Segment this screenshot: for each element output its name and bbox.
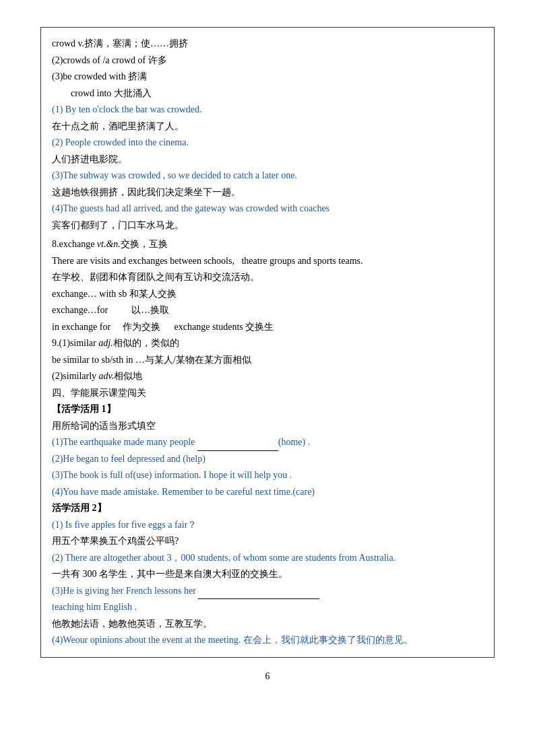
similar-item2: be similar to sb/sth in …与某人/某物在某方面相似 (52, 352, 483, 369)
exercise-1: (1)The earthquake made many people (home… (52, 434, 483, 451)
page: crowd v.挤满，塞满；使……拥挤 (2)crowds of /a crow… (0, 0, 535, 756)
class-title: 四、学能展示课堂闯关 (52, 385, 483, 402)
exchange-phrase3: in exchange for 作为交换 exchange students 交… (52, 319, 483, 336)
class-subtitle1: 【活学活用 1】 (52, 401, 483, 418)
exchange-sentence1-en: There are visits and exchanges between s… (52, 253, 483, 270)
exercise2-3-cn: 他教她法语，她教他英语，互教互学。 (52, 616, 483, 633)
crowd-ex4-en: (4)The guests had all arrived, and the g… (52, 201, 483, 217)
exercise-3: (3)The book is full of(use) information.… (52, 467, 483, 484)
exercise-4-line1: (4)You have made amistake. Remember to b… (52, 484, 483, 501)
crowd-item1: (2)crowds of /a crowd of 许多 (52, 53, 483, 69)
class-subtitle2: 活学活用 2】 (52, 500, 483, 517)
exercise2-4-en: (4)Weour opinions about the event at the… (52, 632, 483, 649)
main-content: crowd v.挤满，塞满；使……拥挤 (2)crowds of /a crow… (40, 27, 495, 658)
crowd-ex2-en: (2) People crowded into the cinema. (52, 135, 483, 151)
exercise2-1-cn: 用五个苹果换五个鸡蛋公平吗? (52, 533, 483, 550)
blank-3 (198, 590, 319, 599)
crowd-ex1-en: (1) By ten o'clock the bar was crowded. (52, 102, 483, 118)
exercise2-3-after: teaching him English . (52, 599, 483, 616)
exercise2-1-en: (1) Is five apples for five eggs a fair？ (52, 517, 483, 534)
page-number: 6 (40, 671, 495, 682)
exercise2-2-cn: 一共有 300 名学生，其中一些是来自澳大利亚的交换生。 (52, 566, 483, 583)
exchange-phrase1: exchange… with sb 和某人交换 (52, 286, 483, 303)
exchange-sentence1-cn: 在学校、剧团和体育团队之间有互访和交流活动。 (52, 269, 483, 286)
crowd-ex3-en: (3)The subway was crowded , so we decide… (52, 168, 483, 184)
exchange-phrase2: exchange…for 以…换取 (52, 302, 483, 319)
crowd-ex3-cn: 这趟地铁很拥挤，因此我们决定乘坐下一趟。 (52, 184, 483, 201)
crowd-item3: crowd into 大批涌入 (52, 85, 483, 102)
exercise-2: (2)He began to feel depressed and (help) (52, 451, 483, 468)
crowd-ex1-cn: 在十点之前，酒吧里挤满了人。 (52, 118, 483, 135)
exercise2-3-en: (3)He is giving her French lessons her (52, 583, 483, 600)
exchange-title: 8.exchange vt.&n.交换，互换 (52, 236, 483, 253)
class-instruction: 用所给词的适当形式填空 (52, 418, 483, 435)
crowd-title: crowd v.挤满，塞满；使……拥挤 (52, 36, 483, 53)
crowd-ex4-cn: 宾客们都到了，门口车水马龙。 (52, 217, 483, 234)
blank-1 (197, 442, 278, 451)
similar-item3: (2)similarly adv.相似地 (52, 368, 483, 385)
crowd-item2: (3)be crowded with 挤满 (52, 69, 483, 85)
crowd-ex2-cn: 人们挤进电影院。 (52, 151, 483, 168)
exercise2-2-en: (2) There are altogether about 3，000 stu… (52, 550, 483, 567)
similar-item1: 9.(1)similar adj.相似的，类似的 (52, 335, 483, 352)
